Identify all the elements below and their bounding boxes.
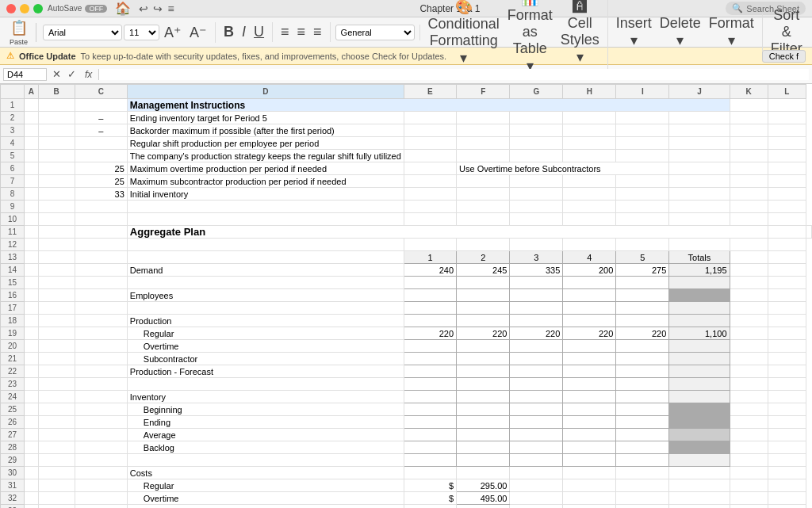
- cell-A7[interactable]: [25, 175, 39, 188]
- cell-L12[interactable]: [768, 239, 806, 251]
- cell-C2[interactable]: –: [75, 112, 127, 124]
- cell-L24[interactable]: [768, 391, 806, 403]
- cell-C21[interactable]: [75, 353, 127, 365]
- cell-B15[interactable]: [38, 277, 75, 289]
- cell-D28[interactable]: Backlog: [127, 441, 404, 454]
- cell-K23[interactable]: [730, 378, 768, 391]
- cell-L16[interactable]: [768, 289, 806, 302]
- cell-I31[interactable]: [616, 479, 669, 492]
- cell-B19[interactable]: [38, 327, 75, 340]
- cell-H19[interactable]: 220: [563, 327, 616, 340]
- cell-A5[interactable]: [25, 150, 39, 162]
- cell-J26[interactable]: [669, 416, 730, 429]
- cell-F32[interactable]: 495.00: [457, 492, 510, 505]
- cell-A18[interactable]: [25, 315, 39, 327]
- cell-C1[interactable]: [75, 99, 127, 112]
- cell-K16[interactable]: [730, 289, 768, 302]
- cell-C31[interactable]: [75, 479, 127, 492]
- cell-I25[interactable]: [616, 403, 669, 416]
- cell-B27[interactable]: [38, 429, 75, 441]
- cell-D33[interactable]: Subcontractor: [127, 505, 404, 509]
- cell-I20[interactable]: [616, 340, 669, 353]
- cell-A19[interactable]: [25, 327, 39, 340]
- cell-E10[interactable]: [404, 213, 456, 226]
- cell-G2[interactable]: [510, 112, 563, 124]
- cell-D22[interactable]: Production - Forecast: [127, 365, 404, 378]
- cell-K25[interactable]: [730, 403, 768, 416]
- cell-B20[interactable]: [38, 340, 75, 353]
- cell-G27[interactable]: [510, 429, 563, 441]
- font-size-select[interactable]: 11: [124, 25, 159, 40]
- cell-J31[interactable]: [669, 479, 730, 492]
- increase-font-button[interactable]: A⁺: [161, 22, 185, 43]
- cell-F18[interactable]: [457, 315, 510, 327]
- cell-B6[interactable]: [38, 162, 75, 175]
- cell-D16[interactable]: Employees: [127, 289, 404, 302]
- more-icon[interactable]: ≡: [167, 2, 174, 15]
- cell-K5[interactable]: [730, 150, 768, 162]
- cell-B1[interactable]: [38, 99, 75, 112]
- cell-A21[interactable]: [25, 353, 39, 365]
- cell-D10[interactable]: [127, 213, 404, 226]
- cell-L25[interactable]: [768, 403, 806, 416]
- cell-E28[interactable]: [404, 441, 456, 454]
- cell-A2[interactable]: [25, 112, 39, 124]
- cell-A16[interactable]: [25, 289, 39, 302]
- cell-L7[interactable]: [768, 175, 806, 188]
- cell-H5[interactable]: [563, 150, 616, 162]
- cell-H22[interactable]: [563, 365, 616, 378]
- cell-C3[interactable]: –: [75, 124, 127, 137]
- cell-D29[interactable]: [127, 454, 404, 467]
- cell-C10[interactable]: [75, 213, 127, 226]
- cell-K30[interactable]: [730, 467, 768, 479]
- cell-B33[interactable]: [38, 505, 75, 509]
- cell-A29[interactable]: [25, 454, 39, 467]
- cell-C20[interactable]: [75, 340, 127, 353]
- align-center-button[interactable]: ≡: [294, 22, 309, 42]
- cell-K17[interactable]: [730, 302, 768, 315]
- cell-E8[interactable]: [404, 188, 456, 201]
- cell-C6[interactable]: 25: [75, 162, 127, 175]
- cell-F3[interactable]: [457, 124, 510, 137]
- cell-J4[interactable]: [669, 137, 730, 150]
- cell-I16[interactable]: [616, 289, 669, 302]
- cell-J15[interactable]: [669, 277, 730, 289]
- cell-G13[interactable]: 3: [510, 251, 563, 264]
- cell-A30[interactable]: [25, 467, 39, 479]
- cell-F13[interactable]: 2: [457, 251, 510, 264]
- cell-H13[interactable]: 4: [563, 251, 616, 264]
- cell-D8[interactable]: Initial inventory: [127, 188, 404, 201]
- cell-H10[interactable]: [563, 213, 616, 226]
- cell-H30[interactable]: [563, 467, 616, 479]
- cell-K31[interactable]: [730, 479, 768, 492]
- cell-H32[interactable]: [563, 492, 616, 505]
- cell-F20[interactable]: [457, 340, 510, 353]
- cell-K15[interactable]: [730, 277, 768, 289]
- cell-D5[interactable]: The company's production strategy keeps …: [127, 150, 404, 162]
- format-button[interactable]: Format ▾: [706, 13, 757, 51]
- cell-K12[interactable]: [730, 239, 768, 251]
- cell-F25[interactable]: [457, 403, 510, 416]
- cell-H12[interactable]: [563, 239, 616, 251]
- cell-K20[interactable]: [730, 340, 768, 353]
- cell-I28[interactable]: [616, 441, 669, 454]
- cell-E33[interactable]: $: [404, 505, 456, 509]
- cell-E23[interactable]: [404, 378, 456, 391]
- cell-K8[interactable]: [730, 188, 768, 201]
- cell-J32[interactable]: [669, 492, 730, 505]
- cell-C24[interactable]: [75, 391, 127, 403]
- cell-I22[interactable]: [616, 365, 669, 378]
- cell-A15[interactable]: [25, 277, 39, 289]
- cell-B14[interactable]: [38, 264, 75, 277]
- cell-I14[interactable]: 275: [616, 264, 669, 277]
- cell-L30[interactable]: [768, 467, 806, 479]
- check-updates-button[interactable]: Check f: [762, 50, 806, 63]
- cell-H24[interactable]: [563, 391, 616, 403]
- cell-C15[interactable]: [75, 277, 127, 289]
- cell-J14[interactable]: 1,195: [669, 264, 730, 277]
- cell-C18[interactable]: [75, 315, 127, 327]
- cell-I29[interactable]: [616, 454, 669, 467]
- cell-K28[interactable]: [730, 441, 768, 454]
- cell-J13[interactable]: Totals: [669, 251, 730, 264]
- cell-K21[interactable]: [730, 353, 768, 365]
